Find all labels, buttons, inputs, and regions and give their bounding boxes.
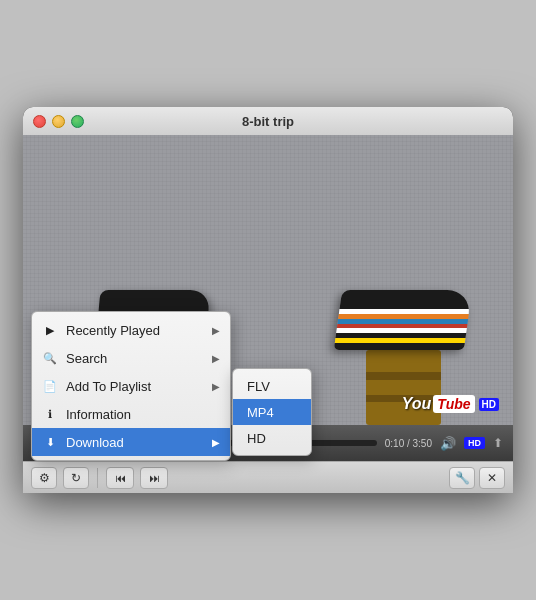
download-submenu: FLV MP4 HD — [232, 368, 312, 456]
next-button[interactable]: ⏭ — [140, 467, 168, 489]
add-to-playlist-icon: 📄 — [42, 380, 58, 393]
prev-button[interactable]: ⏮ — [106, 467, 134, 489]
shoe-right — [334, 290, 472, 350]
bottom-toolbar: ⚙ ↻ ⏮ ⏭ 🔧 ✕ ▶ Recently Played ▶ — [23, 461, 513, 493]
wrench-button[interactable]: 🔧 — [449, 467, 475, 489]
menu-item-add-to-playlist[interactable]: 📄 Add To Playlist ▶ — [32, 372, 230, 400]
settings-button[interactable]: ⚙ — [31, 467, 57, 489]
download-arrow: ▶ — [212, 437, 220, 448]
search-arrow: ▶ — [212, 353, 220, 364]
youtube-hd-badge: HD — [479, 398, 499, 411]
toolbar-separator — [97, 468, 98, 488]
search-label: Search — [66, 351, 204, 366]
recently-played-icon: ▶ — [42, 324, 58, 337]
title-bar: 8-bit trip — [23, 107, 513, 135]
close-x-button[interactable]: ✕ — [479, 467, 505, 489]
menu-item-recently-played[interactable]: ▶ Recently Played ▶ — [32, 316, 230, 344]
add-to-playlist-arrow: ▶ — [212, 381, 220, 392]
time-display: 0:10 / 3:50 — [385, 438, 432, 449]
youtube-you-text: You — [402, 395, 432, 413]
minimize-button[interactable] — [52, 115, 65, 128]
context-menu: ▶ Recently Played ▶ 🔍 Search ▶ 📄 Add To … — [31, 311, 231, 461]
refresh-button[interactable]: ↻ — [63, 467, 89, 489]
maximize-button[interactable] — [71, 115, 84, 128]
sock-right — [366, 350, 441, 425]
next-icon: ⏭ — [149, 472, 160, 484]
submenu-item-flv[interactable]: FLV — [233, 373, 311, 399]
menu-item-search[interactable]: 🔍 Search ▶ — [32, 344, 230, 372]
information-icon: ℹ — [42, 408, 58, 421]
recently-played-arrow: ▶ — [212, 325, 220, 336]
add-to-playlist-label: Add To Playlist — [66, 379, 204, 394]
hd-label: HD — [247, 431, 266, 446]
submenu-item-mp4[interactable]: MP4 — [233, 399, 311, 425]
flv-label: FLV — [247, 379, 270, 394]
window-title: 8-bit trip — [242, 114, 294, 129]
submenu-item-hd[interactable]: HD — [233, 425, 311, 451]
menu-item-download[interactable]: ⬇ Download ▶ FLV MP4 HD — [32, 428, 230, 456]
traffic-lights — [33, 115, 84, 128]
wrench-icon: 🔧 — [455, 471, 470, 485]
information-label: Information — [66, 407, 220, 422]
refresh-icon: ↻ — [71, 471, 81, 485]
right-controls: 🔧 ✕ — [449, 467, 505, 489]
youtube-logo: You Tube HD — [402, 395, 499, 413]
prev-icon: ⏮ — [115, 472, 126, 484]
hd-badge[interactable]: HD — [464, 437, 485, 449]
expand-button[interactable]: ⬆ — [493, 436, 503, 450]
download-icon: ⬇ — [42, 436, 58, 449]
menu-item-information[interactable]: ℹ Information — [32, 400, 230, 428]
app-window: 8-bit trip You Tube HD — [23, 107, 513, 493]
volume-icon[interactable]: 🔊 — [440, 436, 456, 451]
close-x-icon: ✕ — [487, 471, 497, 485]
download-label: Download — [66, 435, 204, 450]
recently-played-label: Recently Played — [66, 323, 204, 338]
close-button[interactable] — [33, 115, 46, 128]
settings-icon: ⚙ — [39, 471, 50, 485]
youtube-tube-text: Tube — [433, 395, 474, 413]
mp4-label: MP4 — [247, 405, 274, 420]
search-icon: 🔍 — [42, 352, 58, 365]
